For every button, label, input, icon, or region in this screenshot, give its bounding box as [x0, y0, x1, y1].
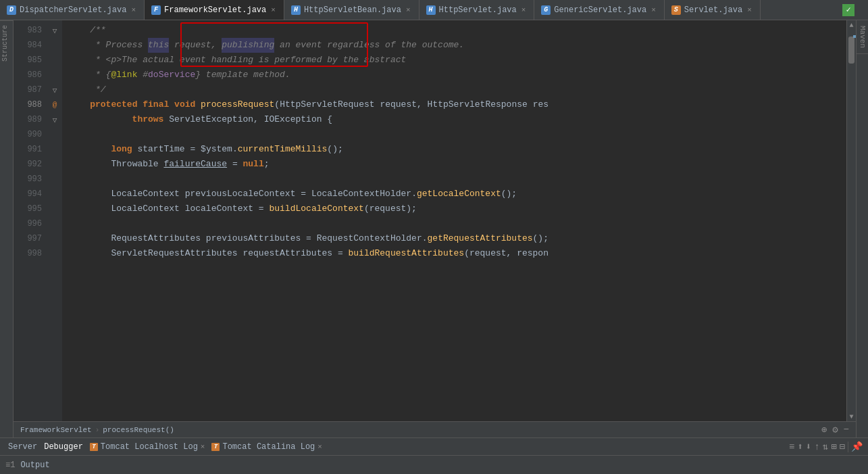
- status-output-label: Output: [20, 460, 49, 470]
- framework-icon: F: [151, 5, 161, 15]
- code-line-997: RequestAttributes previousAttributes = R…: [69, 231, 846, 246]
- structure-tab[interactable]: Structure: [0, 20, 13, 66]
- code-line-988: protected final void processRequest(Http…: [69, 97, 846, 112]
- tab-dispatcher[interactable]: D DispatcherServlet.java ×: [0, 0, 145, 20]
- scroll-track[interactable]: [847, 30, 856, 412]
- tab-genericservlet[interactable]: G GenericServlet.java ×: [534, 0, 664, 20]
- tab-genericservlet-label: GenericServlet.java: [554, 5, 646, 15]
- line-984: 984: [14, 38, 42, 53]
- code-text[interactable]: /** * Process this request, publishing a…: [62, 20, 846, 421]
- maven-tab[interactable]: Maven: [857, 20, 868, 54]
- line-993: 993: [14, 172, 42, 187]
- code-line-989: throws ServletException, IOException {: [69, 112, 846, 127]
- scroll-down-arrow[interactable]: ▼: [847, 412, 856, 421]
- code-line-993: [69, 172, 846, 187]
- gutter-icons: ▽ ▽ @ ▽: [47, 20, 62, 421]
- line-995: 995: [14, 202, 42, 216]
- code-line-983: /**: [69, 23, 846, 38]
- line-996: 996: [14, 216, 42, 231]
- tab-servlet-close[interactable]: ×: [746, 6, 753, 14]
- server-tab[interactable]: Server: [5, 441, 40, 453]
- tomcat-localhost-close[interactable]: ×: [201, 443, 205, 451]
- scroll-marker-1: [853, 35, 856, 38]
- right-panel: Maven: [856, 20, 868, 437]
- toolbar-tabs: Server Debugger T Tomcat Localhost Log ×…: [5, 441, 325, 453]
- code-line-998: ServletRequestAttributes requestAttribut…: [69, 246, 846, 261]
- left-panel-tabs: Structure: [0, 20, 14, 437]
- code-line-986: * {@link #doService} template method.: [69, 68, 846, 82]
- genericservlet-icon: G: [541, 5, 551, 15]
- line-985: 985: [14, 53, 42, 68]
- line-986: 986: [14, 68, 42, 82]
- code-line-994: LocaleContext previousLocaleContext = Lo…: [69, 187, 846, 202]
- breadcrumb-class[interactable]: FrameworkServlet: [20, 426, 92, 434]
- grid-icon[interactable]: ⊞: [831, 441, 836, 452]
- line-998: 998: [14, 246, 42, 261]
- line-994: 994: [14, 187, 42, 202]
- tab-framework[interactable]: F FrameworkServlet.java ×: [145, 0, 284, 20]
- tab-httpbean-label: HttpServletBean.java: [304, 5, 401, 15]
- settings-icon[interactable]: ⚙: [832, 424, 838, 435]
- tab-httpbean-close[interactable]: ×: [405, 6, 412, 14]
- tab-servlet[interactable]: S Servlet.java ×: [665, 0, 761, 20]
- code-line-992: Throwable failureCause = null;: [69, 157, 846, 172]
- line-987: 987: [14, 82, 42, 97]
- tab-framework-close[interactable]: ×: [270, 6, 277, 14]
- editor-scrollbar[interactable]: ▲ ▼: [846, 20, 856, 421]
- tomcat-catalina-tab[interactable]: T Tomcat Catalina Log ×: [209, 441, 324, 453]
- collapse-icon[interactable]: −: [844, 424, 849, 435]
- code-line-984: * Process this request, publishing an ev…: [69, 38, 846, 53]
- breadcrumb-method[interactable]: processRequest(): [103, 426, 174, 434]
- line-992: 992: [14, 157, 42, 172]
- tab-httpbean[interactable]: H HttpServletBean.java ×: [284, 0, 419, 20]
- line-983: 983: [14, 23, 42, 38]
- tab-httpservlet[interactable]: H HttpServlet.java ×: [419, 0, 535, 20]
- breadcrumb-bar: FrameworkServlet › processRequest() ⊕ ⚙ …: [14, 421, 856, 437]
- line-997: 997: [14, 231, 42, 246]
- tomcat-catalina-close[interactable]: ×: [317, 443, 322, 451]
- line-numbers: 983 984 985 986 987 988 989 990 991 992 …: [14, 20, 47, 421]
- navigate-icon[interactable]: ⊕: [821, 424, 827, 435]
- httpservlet-icon: H: [426, 5, 436, 15]
- dispatcher-icon: D: [7, 5, 16, 15]
- breadcrumb-actions: ⊕ ⚙ −: [821, 424, 849, 435]
- tab-framework-label: FrameworkServlet.java: [164, 5, 266, 15]
- scroll-up-arrow[interactable]: ▲: [847, 20, 856, 30]
- tab-httpservlet-close[interactable]: ×: [520, 6, 528, 14]
- move-down-icon[interactable]: ⇅: [823, 441, 828, 452]
- code-line-987: */: [69, 82, 846, 97]
- status-bar: ≡1 Output: [0, 455, 868, 474]
- line-988: 988: [14, 97, 42, 112]
- debugger-tab[interactable]: Debugger: [41, 441, 86, 453]
- tab-httpservlet-label: HttpServlet.java: [439, 5, 517, 15]
- line-989: 989: [14, 112, 42, 127]
- tab-servlet-label: Servlet.java: [684, 5, 742, 15]
- line-990: 990: [14, 127, 42, 142]
- tomcat-catalina-icon: T: [211, 443, 220, 451]
- hamburger-icon[interactable]: ≡: [789, 442, 794, 452]
- scroll-thumb[interactable]: [848, 37, 854, 64]
- tomcat-localhost-tab[interactable]: T Tomcat Localhost Log ×: [87, 441, 208, 453]
- split-icon[interactable]: ⊟: [840, 441, 845, 452]
- minimize-icon[interactable]: ⬇: [806, 441, 811, 452]
- pin-icon[interactable]: 📌: [851, 441, 863, 452]
- code-content[interactable]: 983 984 985 986 987 988 989 990 991 992 …: [14, 20, 856, 421]
- code-line-995: LocaleContext localeContext = buildLocal…: [69, 202, 846, 216]
- tomcat-localhost-icon: T: [90, 443, 98, 451]
- code-line-991: long startTime = $ystem.currentTimeMilli…: [69, 142, 846, 157]
- toolbar-right-icons: ≡ ⬆ ⬇ ↑ ⇅ ⊞ ⊟ 📌: [789, 441, 863, 452]
- restore-icon[interactable]: ⬆: [797, 441, 802, 452]
- tab-dispatcher-close[interactable]: ×: [130, 6, 137, 14]
- tab-genericservlet-close[interactable]: ×: [650, 6, 657, 14]
- move-up-icon[interactable]: ↑: [814, 442, 819, 452]
- status-icon[interactable]: ≡1: [5, 460, 15, 470]
- code-line-990: [69, 127, 846, 142]
- servlet-icon: S: [671, 5, 681, 15]
- bottom-toolbar: Server Debugger T Tomcat Localhost Log ×…: [0, 437, 868, 455]
- editor-area: 983 984 985 986 987 988 989 990 991 992 …: [14, 20, 856, 437]
- tab-dispatcher-label: DispatcherServlet.java: [20, 5, 126, 15]
- code-line-996: [69, 216, 846, 231]
- httpbean-icon: H: [291, 5, 301, 15]
- breadcrumb-separator: ›: [95, 426, 100, 434]
- tab-bar: D DispatcherServlet.java × F FrameworkSe…: [0, 0, 868, 20]
